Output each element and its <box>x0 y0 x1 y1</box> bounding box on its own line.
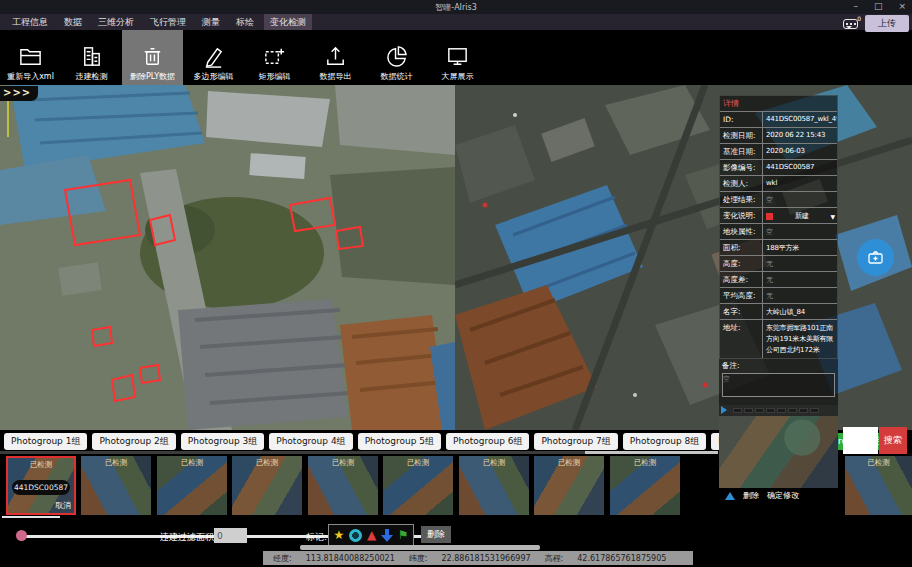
flag-marker[interactable]: ⚑ <box>398 529 409 541</box>
thumbnail-cancel-button[interactable]: 取消 <box>55 500 71 511</box>
thumbnail[interactable]: 已检测 <box>81 456 151 515</box>
illegal-building-detect-button[interactable]: 违建检测 <box>61 30 122 85</box>
locate-triangle-icon[interactable] <box>725 492 735 500</box>
tab-photogroup-1[interactable]: Photogroup 1组 <box>4 433 87 450</box>
preview-confirm-button[interactable]: 确定修改 <box>767 490 799 501</box>
filter-area-input[interactable] <box>214 528 247 543</box>
thumbnail-selected[interactable]: 已检测 441DSC00587 取消 <box>6 456 76 515</box>
tab-photogroup-5[interactable]: Photogroup 5组 <box>358 433 441 450</box>
menu-flight-management[interactable]: 飞行管理 <box>144 14 192 31</box>
detection-preview-image[interactable] <box>719 416 838 488</box>
mark-label: 标记: <box>306 531 327 544</box>
menu-3d-analysis[interactable]: 三维分析 <box>92 14 140 31</box>
thumbnail-id-pill: 441DSC00587 <box>12 480 70 495</box>
thumbnail[interactable]: 已检测 <box>845 456 912 515</box>
tab-photogroup-3[interactable]: Photogroup 3组 <box>181 433 264 450</box>
remark-block: 备注: <box>719 359 838 405</box>
detail-row-avg-height: 平均高度: 无 <box>720 287 837 303</box>
reimport-xml-button[interactable]: 重新导入xml <box>0 30 61 85</box>
panel-expander[interactable]: >>> <box>0 86 38 101</box>
tab-photogroup-4[interactable]: Photogroup 4组 <box>269 433 352 450</box>
filter-area-label: 违建过滤面积: <box>160 531 217 544</box>
detail-row-process-result: 处理结果: 空 <box>720 191 837 207</box>
star-marker[interactable]: ★ <box>333 529 344 541</box>
menu-project-info[interactable]: 工程信息 <box>6 14 54 31</box>
detail-panel-header: 详情 <box>720 96 837 111</box>
close-button[interactable]: × <box>898 1 906 11</box>
thumbnail[interactable]: 已检测 <box>232 456 302 515</box>
maximize-button[interactable]: □ <box>874 1 883 11</box>
tab-photogroup-8[interactable]: Photogroup 8组 <box>623 433 706 450</box>
detail-row-id: ID: 441DSC00587_wkl_4914 <box>720 111 837 127</box>
change-type-color-chip <box>766 213 773 220</box>
arrow-down-marker[interactable] <box>381 529 393 542</box>
delete-ply-button[interactable]: 删除PLY数据 <box>122 30 183 85</box>
upload-button[interactable]: 上传 <box>865 15 909 32</box>
thumbnail[interactable]: 已检测 <box>459 456 529 515</box>
change-type-dropdown[interactable]: 新建 ▼ <box>762 208 837 223</box>
detail-row-address: 地址: 东莞市拥军路101正南方向191米木美斯有限公司西北约172米 <box>720 319 837 358</box>
preview-delete-button[interactable]: 删除 <box>743 490 759 501</box>
triangle-marker[interactable]: ▲ <box>367 529 376 541</box>
menu-change-detection[interactable]: 变化检测 <box>264 14 312 31</box>
window-controls: – □ × <box>853 1 906 11</box>
status-bar: 经度: 113.81840088250021 纬度: 22.8861815319… <box>263 551 693 565</box>
right-aerial-viewer[interactable] <box>455 85 912 430</box>
toolbar: 重新导入xml 违建检测 删除PLY数据 多边形编辑 矩形编辑 数据导出 数据统… <box>0 30 912 85</box>
left-aerial-image <box>0 85 455 430</box>
big-screen-button[interactable]: 大屏展示 <box>427 30 488 85</box>
pencil-icon <box>201 44 226 69</box>
thumbnail[interactable]: 已检测 <box>610 456 680 515</box>
chevron-down-icon: ▼ <box>831 213 835 220</box>
rect-edit-button[interactable]: 矩形编辑 <box>244 30 305 85</box>
minimize-button[interactable]: – <box>853 1 858 11</box>
detail-row-name: 名字: 大岭山镇_84 <box>720 303 837 319</box>
left-aerial-viewer[interactable] <box>0 85 455 430</box>
preview-timeline[interactable] <box>719 405 838 416</box>
thumbnail[interactable]: 已检测 <box>157 456 227 515</box>
detail-row-area: 面积: 188平方米 <box>720 239 837 255</box>
message-count-badge: 0 <box>857 15 861 22</box>
menu-data[interactable]: 数据 <box>58 14 88 31</box>
detail-row-height: 高度: 无 <box>720 255 837 271</box>
marker-delete-button[interactable]: 删除 <box>421 526 451 543</box>
filter-slider-handle[interactable] <box>16 530 27 541</box>
detail-row-height-diff: 高度差: 无 <box>720 271 837 287</box>
message-icon[interactable]: 0 <box>843 19 858 29</box>
data-statistics-button[interactable]: 数据统计 <box>366 30 427 85</box>
altitude-value: 42.617865761875905 <box>577 554 666 563</box>
remark-input[interactable] <box>722 373 835 397</box>
thumbnail[interactable]: 已检测 <box>308 456 378 515</box>
detail-row-inspector: 检测人: wkl <box>720 175 837 191</box>
search-button[interactable]: 搜索 <box>879 427 907 454</box>
polygon-edit-button[interactable]: 多边形编辑 <box>183 30 244 85</box>
title-bar: 智瞳-AIris3 <box>0 0 912 14</box>
thumbnail[interactable]: 已检测 <box>534 456 604 515</box>
snapshot-fab-button[interactable] <box>857 239 894 276</box>
pie-chart-icon <box>384 44 409 69</box>
preview-actions: 删除 确定修改 <box>719 488 838 504</box>
play-icon <box>721 406 731 414</box>
detail-row-change-type: 变化说明: 新建 ▼ <box>720 207 837 223</box>
bottom-scrollbar-thumb[interactable] <box>300 545 540 550</box>
tab-scrollbar[interactable] <box>0 451 718 454</box>
app-title: 智瞳-AIris3 <box>435 2 477 13</box>
tab-photogroup-7[interactable]: Photogroup 7组 <box>534 433 617 450</box>
data-export-button[interactable]: 数据导出 <box>305 30 366 85</box>
search-input[interactable] <box>843 427 878 454</box>
tab-photogroup-2[interactable]: Photogroup 2组 <box>92 433 175 450</box>
menu-plot[interactable]: 标绘 <box>230 14 260 31</box>
tab-photogroup-6[interactable]: Photogroup 6组 <box>446 433 529 450</box>
latitude-label: 纬度: <box>409 554 428 563</box>
trash-icon <box>140 44 165 69</box>
menu-measure[interactable]: 测量 <box>196 14 226 31</box>
thumbnail[interactable]: 已检测 <box>383 456 453 515</box>
camera-icon <box>868 251 883 264</box>
folder-icon <box>18 44 43 69</box>
export-icon <box>323 44 348 69</box>
detail-row-base-date: 基准日期: 2020-06-03 <box>720 143 837 159</box>
rect-plus-icon <box>262 44 287 69</box>
circle-marker[interactable] <box>349 529 362 542</box>
detail-panel: 详情 ID: 441DSC00587_wkl_4914 检测日期: 2020 0… <box>719 95 838 504</box>
tab-scrollbar-thumb[interactable] <box>585 451 718 454</box>
